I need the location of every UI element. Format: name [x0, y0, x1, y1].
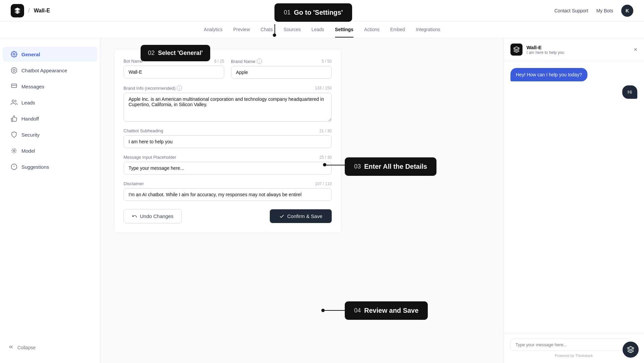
brand-name-input[interactable] [231, 66, 332, 79]
chat-bot-subheading: I am here to help you [527, 50, 564, 55]
chat-header-left: Wall-E I am here to help you [510, 44, 564, 56]
suggestions-icon [11, 163, 17, 170]
topbar: / Wall-E Contact Support My Bots K [0, 0, 644, 21]
tab-actions[interactable]: Actions [364, 22, 380, 38]
security-icon [11, 131, 17, 138]
callout-2: 02 Select 'General' [141, 45, 210, 61]
placeholder-label: Message Input Placeholder [124, 155, 176, 160]
nav-tabs: Analytics Preview Chats Sources Leads Se… [0, 21, 644, 38]
callout-2-text: Select 'General' [158, 50, 203, 57]
appearance-icon [11, 67, 17, 74]
disclaimer-label: Disclaimer [124, 181, 144, 186]
main-layout: General Chatbot Appearance Messages Lead… [0, 38, 644, 363]
collapse-label: Collapse [17, 345, 35, 350]
sidebar-item-security[interactable]: Security [3, 127, 97, 142]
svg-point-5 [13, 150, 15, 152]
subheading-input[interactable] [124, 135, 332, 148]
topbar-right: Contact Support My Bots K [554, 5, 633, 17]
sidebar-item-leads[interactable]: Leads [3, 95, 97, 110]
content-area: Bot Name 6 / 25 Brand Name i 5 / 50 [100, 38, 503, 363]
bot-name-label: Bot Name [124, 59, 143, 64]
brand-name-label: Brand Name i [231, 59, 262, 64]
messages-icon [11, 83, 17, 90]
svg-point-2 [13, 69, 15, 72]
sidebar-item-chatbot-appearance[interactable]: Chatbot Appearance [3, 63, 97, 78]
tab-embed[interactable]: Embed [390, 22, 405, 38]
chat-bot-name: Wall-E [527, 45, 564, 50]
subheading-label: Chatbot Subheading [124, 128, 163, 133]
placeholder-group: Message Input Placeholder 25 / 30 [124, 155, 332, 174]
tab-analytics[interactable]: Analytics [204, 22, 223, 38]
brand-info-label: Brand Info (recommended) i [124, 85, 182, 91]
app-logo[interactable] [11, 4, 24, 17]
handoff-icon [11, 115, 17, 122]
leads-icon [11, 99, 17, 106]
confirm-save-button[interactable]: Confirm & Save [270, 209, 332, 223]
bot-name-count: 6 / 25 [214, 59, 224, 64]
tab-preview[interactable]: Preview [233, 22, 250, 38]
placeholder-input[interactable] [124, 162, 332, 174]
settings-form: Bot Name 6 / 25 Brand Name i 5 / 50 [114, 49, 341, 233]
sidebar-item-label: Messages [21, 84, 44, 89]
name-row: Bot Name 6 / 25 Brand Name i 5 / 50 [124, 59, 332, 79]
bot-name-input[interactable] [124, 66, 224, 78]
brand-info-textarea[interactable]: Apple Inc. is an American multinational … [124, 93, 332, 122]
avatar[interactable]: K [621, 5, 633, 17]
undo-changes-button[interactable]: Undo Changes [124, 209, 182, 223]
sidebar-item-label: Suggestions [21, 164, 49, 170]
svg-rect-3 [12, 84, 17, 88]
tab-integrations[interactable]: Integrations [416, 22, 440, 38]
page-title: Wall-E [34, 8, 50, 14]
chat-input[interactable] [510, 339, 629, 351]
sidebar-item-label: Model [21, 148, 35, 154]
sidebar-collapse-button[interactable]: Collapse [0, 340, 100, 355]
action-buttons: Undo Changes Confirm & Save [124, 209, 332, 223]
svg-point-0 [13, 54, 15, 55]
subheading-count: 21 / 30 [319, 129, 332, 133]
disclaimer-input[interactable] [124, 188, 332, 201]
undo-icon [132, 214, 137, 219]
sidebar-item-label: Chatbot Appearance [21, 68, 67, 73]
my-bots-link[interactable]: My Bots [596, 8, 613, 13]
breadcrumb-sep: / [28, 7, 30, 14]
disclaimer-count: 107 / 110 [315, 182, 332, 186]
tab-settings[interactable]: Settings [335, 22, 353, 38]
brand-name-group: Brand Name i 5 / 50 [231, 59, 332, 79]
sidebar-item-model[interactable]: Model [3, 143, 97, 158]
sidebar-item-label: Leads [21, 100, 35, 105]
chat-panel: Wall-E I am here to help you × Hey! How … [503, 38, 644, 363]
sidebar-item-suggestions[interactable]: Suggestions [3, 159, 97, 174]
brand-name-count: 5 / 50 [322, 59, 332, 64]
chat-bot-info: Wall-E I am here to help you [527, 45, 564, 55]
chat-header: Wall-E I am here to help you × [504, 38, 644, 61]
chat-user-message: Hi [622, 85, 637, 99]
chat-bot-message: Hey! How can I help you today? [510, 68, 587, 81]
model-icon [11, 147, 17, 154]
sidebar-item-general[interactable]: General [3, 47, 97, 62]
callout-2-num: 02 [148, 50, 155, 57]
sidebar-item-handoff[interactable]: Handoff [3, 111, 97, 126]
placeholder-count: 25 / 30 [319, 155, 332, 160]
sidebar-item-label: General [21, 52, 40, 57]
chat-fab-button[interactable] [623, 342, 639, 358]
sidebar: General Chatbot Appearance Messages Lead… [0, 38, 100, 363]
chat-input-row: ➤ [510, 339, 637, 351]
svg-point-4 [12, 100, 14, 102]
sidebar-spacer [0, 175, 100, 340]
sidebar-item-messages[interactable]: Messages [3, 79, 97, 94]
tab-sources[interactable]: Sources [284, 22, 301, 38]
topbar-left: / Wall-E [11, 4, 50, 17]
contact-support-link[interactable]: Contact Support [554, 8, 588, 13]
svg-point-1 [11, 68, 17, 73]
checkmark-icon [279, 214, 285, 219]
brand-info-group: Brand Info (recommended) i 133 / 150 App… [124, 85, 332, 122]
disclaimer-group: Disclaimer 107 / 110 [124, 181, 332, 201]
brand-info-icon: i [177, 85, 182, 91]
chat-body: Hey! How can I help you today? Hi [504, 61, 644, 333]
brand-info-count: 133 / 150 [315, 86, 332, 90]
subheading-group: Chatbot Subheading 21 / 30 [124, 128, 332, 148]
chat-close-button[interactable]: × [634, 46, 637, 53]
tab-leads[interactable]: Leads [311, 22, 324, 38]
tab-chats[interactable]: Chats [261, 22, 273, 38]
chat-bot-logo [510, 44, 522, 56]
